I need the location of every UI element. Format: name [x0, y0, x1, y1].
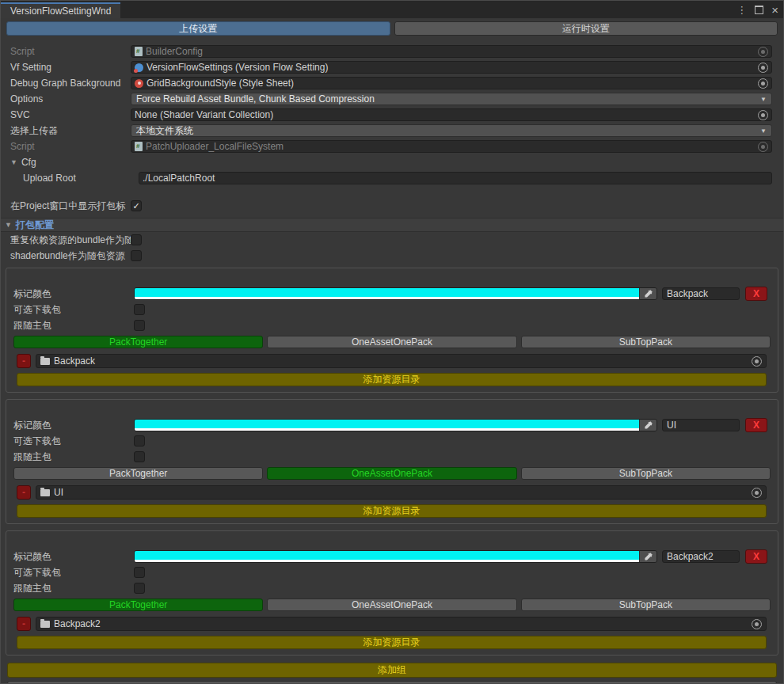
- mode-one-asset-one-pack-button[interactable]: OneAssetOnePack: [267, 467, 516, 480]
- add-asset-dir-button[interactable]: 添加资源目录: [17, 373, 767, 386]
- field-label: 标记颜色: [13, 419, 134, 432]
- follow-main-checkbox[interactable]: [134, 451, 145, 462]
- add-group-button[interactable]: 添加组: [7, 663, 777, 678]
- object-picker-icon[interactable]: [752, 488, 762, 498]
- mode-pack-together-button[interactable]: PackTogether: [13, 467, 263, 480]
- group-name-input[interactable]: UI: [662, 419, 740, 431]
- object-picker-icon[interactable]: [758, 63, 768, 73]
- toggle-label: 重复依赖资源的bundle作为随包: [10, 234, 131, 247]
- mode-pack-together-button[interactable]: PackTogether: [13, 336, 263, 348]
- field-row-script: Script BuilderConfig: [1, 44, 783, 59]
- optional-download-row: 可选下载包: [6, 433, 778, 449]
- object-picker-icon[interactable]: [752, 356, 762, 367]
- object-picker-icon[interactable]: [758, 78, 768, 89]
- mode-sub-top-pack-button[interactable]: SubTopPack: [521, 467, 771, 480]
- window-title: VersionFlowSettingWnd: [10, 6, 111, 17]
- eyedropper-icon[interactable]: [639, 420, 657, 431]
- asset-dir-entry: - Backpack2: [17, 617, 767, 631]
- color-swatch[interactable]: [135, 420, 639, 431]
- field-row-vf-setting: Vf Setting VersionFlowSettings (Version …: [1, 59, 783, 75]
- mode-pack-together-button[interactable]: PackTogether: [13, 598, 263, 611]
- follow-main-row: 跟随主包: [6, 449, 778, 465]
- group-name-input[interactable]: Backpack: [662, 287, 740, 300]
- inspector-content: Script BuilderConfig Vf Setting VersionF…: [1, 39, 783, 684]
- shader-bundle-checkbox[interactable]: [131, 250, 142, 261]
- delete-group-button[interactable]: X: [745, 418, 767, 432]
- asset-dir-name: Backpack2: [54, 618, 101, 629]
- remove-entry-button[interactable]: -: [17, 354, 31, 368]
- tab-runtime-settings[interactable]: 运行时设置: [394, 21, 778, 36]
- fetch-remote-version-button[interactable]: 获取远端版本号: [7, 681, 777, 684]
- toggle-label: shaderbundle作为随包资源: [10, 249, 131, 263]
- mark-color-field[interactable]: [134, 419, 657, 431]
- show-badge-checkbox[interactable]: ✓: [131, 200, 142, 211]
- optional-download-row: 可选下载包: [6, 302, 778, 317]
- field-label: Upload Root: [23, 173, 139, 184]
- cfg-foldout[interactable]: ▼ Cfg: [1, 154, 783, 170]
- object-picker-icon[interactable]: [752, 619, 762, 629]
- mode-one-asset-one-pack-button[interactable]: OneAssetOnePack: [267, 598, 516, 611]
- options-dropdown[interactable]: Force Rebuild Asset Bundle, Chunk Based …: [131, 93, 772, 105]
- object-field-value: PatchUploader_LocalFileSystem: [146, 141, 284, 152]
- vf-setting-object-field[interactable]: VersionFlowSettings (Version Flow Settin…: [131, 61, 772, 74]
- uploader-script-object-field[interactable]: PatchUploader_LocalFileSystem: [131, 140, 772, 153]
- tab-upload-settings[interactable]: 上传设置: [6, 21, 390, 36]
- eyedropper-icon[interactable]: [639, 288, 657, 299]
- color-swatch[interactable]: [135, 288, 639, 299]
- toggle-label: 跟随主包: [13, 319, 134, 332]
- field-label: Debug Graph Background: [10, 78, 131, 89]
- optional-download-checkbox[interactable]: [134, 304, 145, 315]
- remove-entry-button[interactable]: -: [17, 485, 31, 500]
- pack-group-box: 标记颜色 Backpack2 X 可选下载包 跟随主包: [6, 530, 778, 656]
- optional-download-checkbox[interactable]: [134, 567, 145, 578]
- mode-sub-top-pack-button[interactable]: SubTopPack: [521, 598, 771, 611]
- follow-main-checkbox[interactable]: [134, 320, 145, 331]
- group-name-value: UI: [667, 420, 676, 431]
- script-object-field[interactable]: BuilderConfig: [131, 45, 772, 58]
- asset-dir-entry: - UI: [17, 485, 767, 500]
- optional-download-checkbox[interactable]: [134, 435, 145, 446]
- chevron-down-icon: ▼: [760, 96, 767, 103]
- add-asset-dir-button[interactable]: 添加资源目录: [17, 504, 767, 518]
- color-swatch[interactable]: [135, 551, 639, 562]
- pack-group-box: 标记颜色 UI X 可选下载包 跟随主包: [6, 399, 778, 524]
- style-sheet-object-field[interactable]: GridBackgroundStyle (Style Sheet): [131, 77, 772, 89]
- dropdown-value: Force Rebuild Asset Bundle, Chunk Based …: [136, 93, 375, 104]
- field-row-options: Options Force Rebuild Asset Bundle, Chun…: [1, 91, 783, 107]
- remove-entry-button[interactable]: -: [17, 617, 31, 631]
- uploader-dropdown[interactable]: 本地文件系统 ▼: [131, 124, 772, 137]
- group-name-input[interactable]: Backpack2: [662, 550, 740, 563]
- window-menu-icon[interactable]: ⋮: [736, 5, 747, 15]
- dup-bundle-checkbox[interactable]: [131, 234, 142, 245]
- object-field-value: VersionFlowSettings (Version Flow Settin…: [147, 62, 328, 73]
- window-tab[interactable]: VersionFlowSettingWnd: [1, 2, 120, 18]
- asset-dir-object-field[interactable]: UI: [36, 485, 767, 500]
- svc-object-field[interactable]: None (Shader Variant Collection): [131, 108, 772, 121]
- csharp-script-icon: [135, 142, 143, 151]
- field-row-upload-root: Upload Root ./LocalPatchRoot: [1, 170, 783, 186]
- shader-bundle-row: shaderbundle作为随包资源: [1, 248, 783, 264]
- mark-color-field[interactable]: [134, 550, 657, 563]
- close-icon[interactable]: ×: [771, 4, 778, 16]
- object-picker-icon[interactable]: [758, 110, 768, 120]
- style-sheet-icon: [135, 79, 143, 88]
- mode-sub-top-pack-button[interactable]: SubTopPack: [521, 336, 771, 348]
- eyedropper-icon[interactable]: [639, 551, 657, 562]
- object-picker-icon[interactable]: [758, 142, 768, 152]
- follow-main-checkbox[interactable]: [134, 583, 145, 594]
- mode-one-asset-one-pack-button[interactable]: OneAssetOnePack: [267, 336, 516, 348]
- maximize-icon[interactable]: [755, 6, 763, 14]
- asset-dir-object-field[interactable]: Backpack: [36, 354, 767, 368]
- follow-main-row: 跟随主包: [6, 580, 778, 596]
- object-picker-icon[interactable]: [758, 47, 768, 57]
- folder-icon: [40, 621, 50, 628]
- upload-root-input[interactable]: ./LocalPatchRoot: [139, 172, 772, 184]
- delete-group-button[interactable]: X: [745, 549, 767, 564]
- asset-dir-object-field[interactable]: Backpack2: [36, 617, 767, 631]
- mark-color-field[interactable]: [134, 287, 657, 300]
- add-asset-dir-button[interactable]: 添加资源目录: [17, 636, 767, 649]
- delete-group-button[interactable]: X: [745, 287, 767, 301]
- group-name-value: Backpack2: [667, 551, 714, 562]
- chevron-down-icon: ▼: [760, 127, 767, 135]
- pack-config-header[interactable]: ▼ 打包配置: [1, 218, 783, 232]
